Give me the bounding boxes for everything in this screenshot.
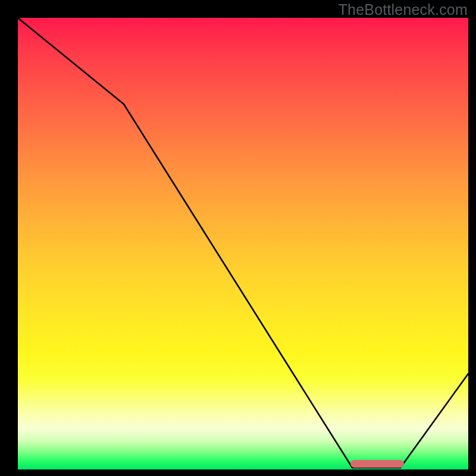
plot-area xyxy=(18,18,468,469)
watermark-text: TheBottleneck.com xyxy=(339,1,468,18)
optimal-range-marker xyxy=(350,460,404,468)
chart-frame: TheBottleneck.com xyxy=(0,0,476,476)
bottleneck-curve xyxy=(18,18,468,469)
